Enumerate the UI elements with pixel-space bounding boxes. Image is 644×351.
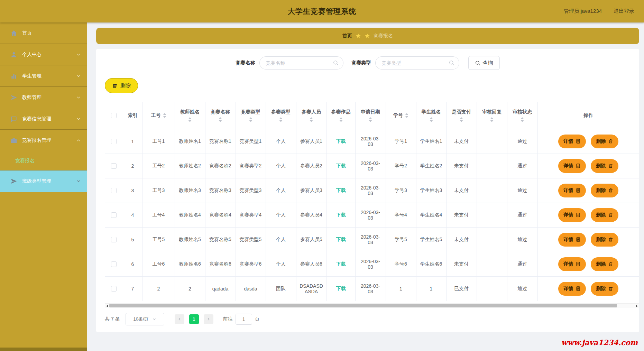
horizontal-scrollbar[interactable] [105,303,639,308]
sort-carets[interactable] [279,117,283,122]
delete-button[interactable]: 删除 [591,233,618,247]
sort-carets[interactable] [249,117,252,122]
cell-teacher_name: 教师姓名6 [175,252,205,276]
sort-carets[interactable] [430,117,433,122]
current-page-button[interactable]: 1 [189,314,199,324]
data-table: 索引工号教师姓名竞赛名称竞赛类型参赛类型参赛人员参赛作品申请日期学号学生姓名是否… [105,102,639,301]
sort-carets[interactable] [163,113,166,118]
delete-button[interactable]: 删除 [591,159,618,173]
column-header-student_name[interactable]: 学生姓名 [416,102,446,129]
row-checkbox[interactable] [111,286,117,292]
breadcrumb-home[interactable]: 首页 [342,33,352,39]
column-header-teacher_name[interactable]: 教师姓名 [175,102,205,129]
sidebar-item-competition-info-mgmt[interactable]: 竞赛信息管理 [0,108,87,130]
cell-paid: 未支付 [446,154,477,178]
chat-icon [10,116,17,122]
cell-work: 下载 [326,227,355,252]
column-header-review_status[interactable]: 审核状态 [507,102,537,129]
bulk-delete-button[interactable]: 删除 [105,78,138,93]
detail-button[interactable]: 详情 [558,282,586,296]
sidebar-item-teacher-mgmt[interactable]: 教师管理 [0,87,87,108]
detail-button[interactable]: 详情 [558,233,586,247]
delete-button[interactable]: 删除 [591,184,618,197]
row-checkbox[interactable] [111,237,117,242]
cell-index: 7 [123,276,142,301]
column-header-work[interactable]: 参赛作品 [326,102,355,129]
download-link[interactable]: 下载 [336,261,346,267]
row-checkbox[interactable] [111,212,117,218]
chart-icon [10,73,17,80]
detail-button[interactable]: 详情 [558,257,586,271]
column-header-xuehao[interactable]: 学号 [386,102,416,129]
delete-button[interactable]: 删除 [591,282,618,296]
competition-type-input[interactable] [375,56,459,70]
cell-action: 详情删除 [537,203,639,227]
logout-link[interactable]: 退出登录 [614,8,634,15]
download-link[interactable]: 下载 [336,212,346,218]
column-header-apply_date[interactable]: 申请日期 [355,102,386,129]
cell-action: 详情删除 [537,276,639,301]
sidebar-subitem-competition-signup[interactable]: 竞赛报名 [0,151,87,170]
send-icon [10,94,17,101]
sort-carets[interactable] [219,117,222,122]
column-header-participants[interactable]: 参赛人员 [296,102,326,129]
download-link[interactable]: 下载 [336,163,346,168]
row-checkbox[interactable] [111,188,117,193]
column-header-review_reply[interactable]: 审核回复 [477,102,507,129]
competition-name-input[interactable] [259,56,343,70]
download-link[interactable]: 下载 [336,187,346,193]
delete-button[interactable]: 删除 [591,135,618,148]
select-all-checkbox[interactable] [111,113,117,118]
document-icon [576,286,581,291]
download-link[interactable]: 下载 [336,237,346,242]
column-header-entry_type[interactable]: 参赛类型 [266,102,296,129]
row-checkbox[interactable] [111,139,117,144]
user-icon [10,51,17,58]
cell-index: 4 [123,203,142,227]
column-header-comp_type[interactable]: 竞赛类型 [236,102,266,129]
delete-button[interactable]: 删除 [591,208,618,222]
column-header-gonghao[interactable]: 工号 [142,102,175,129]
cell-review_status: 通过 [507,276,537,301]
scroll-right-arrow-icon[interactable] [636,305,638,307]
page-size-select[interactable]: 10条/页 [126,313,164,325]
sort-carets[interactable] [339,117,343,122]
row-checkbox[interactable] [111,163,117,169]
download-link[interactable]: 下载 [336,286,346,291]
sidebar-item-home[interactable]: 首页 [0,22,87,44]
goto-page-input[interactable] [236,314,252,325]
column-header-paid[interactable]: 是否支付 [446,102,477,129]
cell-review_reply [477,154,507,178]
sidebar-item-class-type-mgmt[interactable]: 班级类型管理 [0,170,87,192]
cell-action: 详情删除 [537,129,639,154]
query-button[interactable]: 查询 [468,56,500,70]
scroll-left-arrow-icon[interactable] [106,305,108,307]
sort-carets[interactable] [490,117,494,122]
scrollbar-thumb[interactable] [109,304,617,307]
sort-carets[interactable] [460,117,463,122]
document-icon [576,237,581,242]
row-checkbox[interactable] [111,261,117,267]
sidebar-item-student-mgmt[interactable]: 学生管理 [0,65,87,87]
sort-carets[interactable] [405,113,408,118]
table-row: 722qadadadasda团队DSADASDASDA下载2026-03-031… [105,276,639,301]
trash-icon [608,261,613,267]
sort-carets[interactable] [369,117,372,122]
column-header-comp_name[interactable]: 竞赛名称 [205,102,236,129]
next-page-button[interactable] [204,314,213,324]
detail-button[interactable]: 详情 [558,208,586,222]
sidebar-item-competition-signup-mgmt[interactable]: 竞赛报名管理 [0,130,87,151]
cell-gonghao: 工号3 [142,178,175,203]
sort-carets[interactable] [188,117,192,122]
download-link[interactable]: 下载 [336,138,346,144]
detail-button[interactable]: 详情 [558,184,586,197]
sidebar-item-personal-center[interactable]: 个人中心 [0,44,87,65]
top-header: 大学生竞赛管理系统 管理员 java1234 退出登录 [0,0,644,22]
sort-carets[interactable] [521,117,524,122]
detail-button[interactable]: 详情 [558,159,586,173]
detail-button[interactable]: 详情 [558,135,586,148]
cell-xuehao: 学号4 [386,203,416,227]
delete-button[interactable]: 删除 [591,257,618,271]
prev-page-button[interactable] [175,314,184,324]
sort-carets[interactable] [310,117,313,122]
